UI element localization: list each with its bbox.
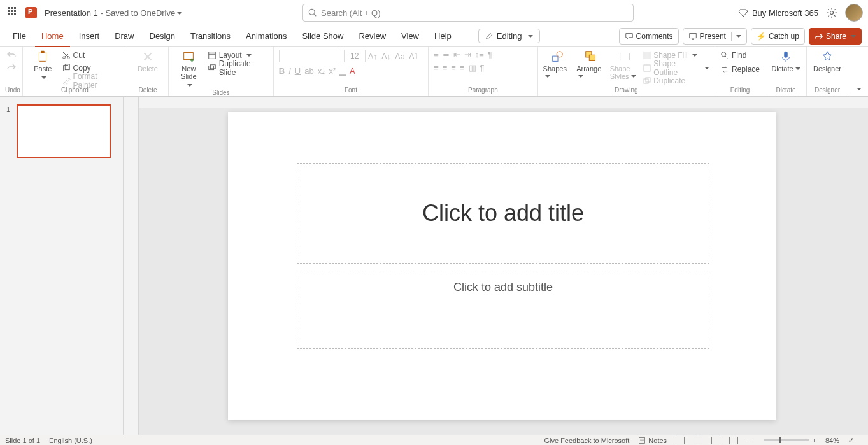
tab-slideshow[interactable]: Slide Show bbox=[295, 25, 350, 47]
tab-file[interactable]: File bbox=[6, 25, 32, 47]
subtitle-placeholder[interactable]: Click to add subtitle bbox=[297, 274, 709, 349]
user-avatar[interactable] bbox=[845, 4, 863, 22]
replace-button[interactable]: Replace bbox=[720, 64, 760, 75]
buy-microsoft-365[interactable]: Buy Microsoft 365 bbox=[738, 8, 818, 18]
zoom-slider[interactable] bbox=[764, 439, 809, 441]
share-button[interactable]: Share bbox=[809, 28, 862, 45]
text-direction-icon[interactable]: ¶ bbox=[488, 50, 492, 59]
subscript-icon[interactable]: x₂ bbox=[318, 66, 325, 76]
powerpoint-icon bbox=[25, 7, 37, 18]
zoom-in-button[interactable]: + bbox=[813, 437, 816, 444]
sorter-view-icon bbox=[694, 437, 702, 444]
change-case-icon[interactable]: Aa bbox=[395, 52, 405, 61]
present-button[interactable]: Present bbox=[683, 28, 747, 45]
find-button[interactable]: Find bbox=[720, 50, 746, 61]
settings-icon[interactable] bbox=[826, 7, 837, 18]
bold-icon[interactable]: B bbox=[279, 66, 285, 76]
columns-icon[interactable]: ▥ bbox=[469, 63, 476, 73]
tab-review[interactable]: Review bbox=[352, 25, 392, 47]
shapes-button[interactable]: Shapes bbox=[543, 50, 573, 80]
cut-button[interactable]: Cut bbox=[62, 50, 122, 61]
increase-indent-icon[interactable]: ⇥ bbox=[464, 50, 471, 59]
strike-icon[interactable]: ab bbox=[304, 66, 313, 76]
svg-rect-13 bbox=[208, 66, 213, 70]
align-right-icon[interactable]: ≡ bbox=[451, 63, 456, 73]
group-delete-label: Delete bbox=[132, 87, 163, 95]
document-title[interactable]: Presentation 1 - Saved to OneDrive bbox=[45, 8, 182, 18]
chevron-down-icon bbox=[734, 32, 741, 41]
slideshow-view-icon bbox=[729, 437, 738, 444]
new-slide-button[interactable]: New Slide bbox=[174, 50, 204, 89]
catchup-button[interactable]: ⚡ Catch up bbox=[751, 28, 805, 45]
tab-draw[interactable]: Draw bbox=[108, 25, 140, 47]
feedback-link[interactable]: Give Feedback to Microsoft bbox=[544, 437, 629, 444]
bullets-icon[interactable]: ≡ bbox=[434, 50, 439, 59]
redo-icon[interactable] bbox=[6, 62, 17, 73]
shape-styles-button[interactable]: Shape Styles bbox=[610, 50, 640, 80]
outline-icon bbox=[643, 64, 651, 72]
app-launcher-icon[interactable] bbox=[8, 7, 19, 18]
normal-view-button[interactable] bbox=[676, 437, 685, 444]
font-color-icon[interactable]: A bbox=[350, 66, 355, 76]
ribbon: Undo Paste Cut Copy Format Painter Clipb… bbox=[0, 47, 868, 97]
numbering-icon[interactable]: ≣ bbox=[443, 50, 450, 59]
line-spacing-icon[interactable]: ↕≡ bbox=[475, 50, 484, 59]
tab-home[interactable]: Home bbox=[35, 25, 70, 47]
decrease-indent-icon[interactable]: ⇤ bbox=[453, 50, 460, 59]
align-center-icon[interactable]: ≡ bbox=[443, 63, 448, 73]
align-left-icon[interactable]: ≡ bbox=[434, 63, 439, 73]
duplicate-shape-button[interactable]: Duplicate bbox=[643, 75, 709, 87]
undo-icon[interactable] bbox=[6, 50, 17, 60]
designer-button[interactable]: Designer bbox=[812, 50, 843, 73]
slide-thumbnail-1[interactable] bbox=[17, 104, 111, 158]
slideshow-view-button[interactable] bbox=[729, 437, 738, 444]
slide-counter[interactable]: Slide 1 of 1 bbox=[5, 437, 40, 444]
tab-help[interactable]: Help bbox=[428, 25, 458, 47]
zoom-level[interactable]: 84% bbox=[825, 437, 839, 444]
title-bar: Presentation 1 - Saved to OneDrive Searc… bbox=[0, 0, 868, 25]
slide-thumbnail-pane[interactable]: 1 bbox=[0, 97, 124, 435]
arrange-button[interactable]: Arrange bbox=[576, 50, 606, 80]
tab-insert[interactable]: Insert bbox=[73, 25, 106, 47]
superscript-icon[interactable]: x² bbox=[329, 66, 336, 76]
editing-mode-button[interactable]: Editing bbox=[478, 29, 540, 43]
status-bar: Slide 1 of 1 English (U.S.) Give Feedbac… bbox=[0, 435, 868, 445]
language-status[interactable]: English (U.S.) bbox=[49, 437, 92, 444]
paste-button[interactable]: Paste bbox=[28, 50, 58, 81]
tab-view[interactable]: View bbox=[395, 25, 425, 47]
format-painter-button[interactable]: Format Painter bbox=[62, 75, 122, 87]
thumbnail-number: 1 bbox=[6, 106, 10, 113]
title-placeholder[interactable]: Click to add title bbox=[297, 163, 709, 264]
font-size-input[interactable]: 12 bbox=[344, 50, 366, 62]
justify-icon[interactable]: ≡ bbox=[460, 63, 465, 73]
notes-button[interactable]: Notes bbox=[638, 437, 667, 444]
delete-button[interactable]: Delete bbox=[132, 50, 163, 73]
shape-outline-button[interactable]: Shape Outline bbox=[643, 62, 709, 74]
ribbon-expand-icon[interactable] bbox=[855, 84, 862, 94]
increase-font-icon[interactable]: A↑ bbox=[368, 52, 378, 61]
tab-design[interactable]: Design bbox=[143, 25, 181, 47]
reading-view-button[interactable] bbox=[711, 437, 720, 444]
slide-canvas-area[interactable]: Click to add title Click to add subtitle bbox=[139, 97, 868, 435]
slide[interactable]: Click to add title Click to add subtitle bbox=[228, 112, 776, 420]
zoom-out-button[interactable]: − bbox=[747, 437, 751, 444]
sorter-view-button[interactable] bbox=[694, 437, 702, 444]
clear-format-icon[interactable]: A⃠ bbox=[409, 52, 417, 61]
duplicate-slide-button[interactable]: Duplicate Slide bbox=[208, 62, 268, 74]
tab-transitions[interactable]: Transitions bbox=[184, 25, 237, 47]
dictate-button[interactable]: Dictate bbox=[771, 50, 801, 73]
font-name-input[interactable] bbox=[279, 50, 341, 62]
arrange-icon bbox=[584, 50, 598, 64]
comments-button[interactable]: Comments bbox=[619, 28, 679, 45]
rtl-icon[interactable]: ¶ bbox=[480, 63, 485, 73]
search-box[interactable]: Search (Alt + Q) bbox=[302, 4, 634, 22]
underline-icon[interactable]: U bbox=[295, 66, 301, 76]
notes-icon bbox=[638, 437, 646, 444]
tab-animations[interactable]: Animations bbox=[239, 25, 293, 47]
shapes-icon bbox=[551, 50, 565, 64]
highlight-icon[interactable]: ▁ bbox=[339, 66, 346, 76]
italic-icon[interactable]: I bbox=[288, 66, 291, 76]
delete-icon bbox=[141, 50, 155, 64]
decrease-font-icon[interactable]: A↓ bbox=[381, 52, 391, 61]
fit-to-window-button[interactable]: ⤢ bbox=[848, 436, 854, 444]
